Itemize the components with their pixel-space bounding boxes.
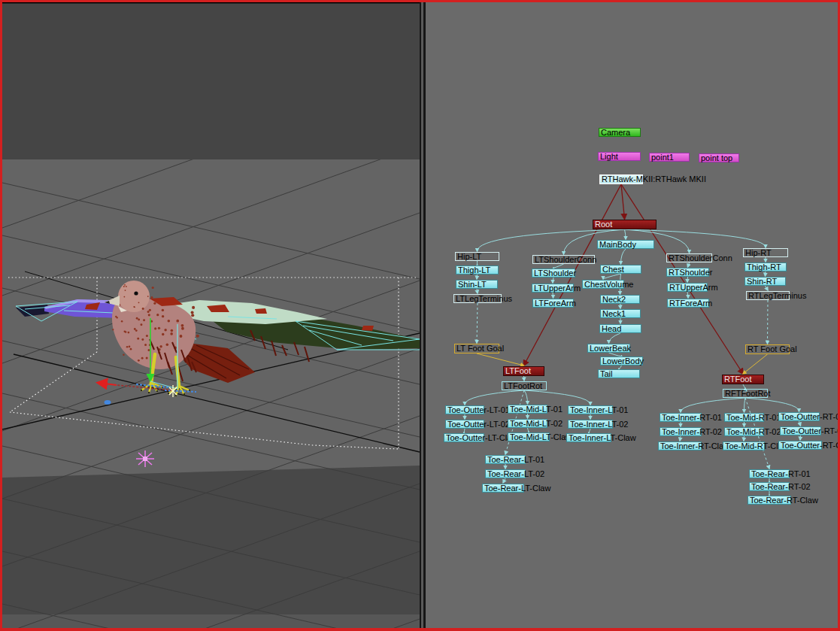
schematic-node-rftfootrot[interactable]: RFTFootRot xyxy=(723,389,768,398)
viewport-bottom-strip xyxy=(2,614,420,628)
schematic-node-rtgoal[interactable]: RT Foot Goal xyxy=(745,344,790,354)
schematic-node-hawk[interactable]: RTHawk-MKII:RTHawk MKII xyxy=(599,174,643,184)
schematic-node-ltsh[interactable]: LTShoulder xyxy=(532,268,575,278)
viewport-area: CameraLightpoint1point topRTHawk-MKII:RT… xyxy=(2,2,838,628)
schematic-node-light[interactable]: Light xyxy=(598,152,641,161)
schematic-node-tilt1[interactable]: Toe-Inner-LT-01 xyxy=(568,405,613,414)
schematic-node-neck1[interactable]: Neck1 xyxy=(600,309,641,318)
edge-ltgoal-ltfoot xyxy=(477,353,524,366)
schematic-node-tirt1[interactable]: Toe-Inner-RT-01 xyxy=(660,413,702,422)
schematic-node-lowerbeak[interactable]: LowerBeak xyxy=(587,344,630,353)
schematic-node-tmrtc[interactable]: Toe-Mid-RT-Claw xyxy=(723,441,765,450)
schematic-node-label: RTForeArm xyxy=(669,299,712,308)
edge-rftfootrot-tirt1 xyxy=(681,398,745,412)
schematic-node-rtupper[interactable]: RTUpperArm xyxy=(667,283,708,292)
schematic-node-tmrt2[interactable]: Toe-Mid-RT-02 xyxy=(724,427,764,436)
schematic-node-chest[interactable]: Chest xyxy=(600,265,641,274)
schematic-node-ltshconn[interactable]: LTShoulderConn xyxy=(532,255,595,264)
edge-rftfootrot-tmrt1 xyxy=(744,398,746,412)
edge-ltfootrot-tolt1 xyxy=(465,390,524,405)
schematic-node-ltterm[interactable]: LTLegTerminus xyxy=(453,294,502,303)
schematic-node-label: Toe-Inner-LT-Claw xyxy=(569,433,636,442)
schematic-node-root[interactable]: Root xyxy=(593,220,657,229)
schematic-node-tort1[interactable]: Toe-Outter-RT-01 xyxy=(778,412,820,421)
viewport-canvas xyxy=(2,2,420,628)
perspective-viewport[interactable] xyxy=(2,2,420,628)
schematic-node-trltc[interactable]: Toe-Rear-LT-Claw xyxy=(482,484,524,493)
schematic-node-rtterm[interactable]: RTLegTerminus xyxy=(746,291,790,300)
schematic-node-ltfoot[interactable]: LTFoot xyxy=(503,366,544,376)
schematic-node-ltupper[interactable]: LTUpperArm xyxy=(532,284,574,293)
schematic-node-trrtc[interactable]: Toe-Rear-RT-Claw xyxy=(748,496,791,505)
edge-trlt2-trltc xyxy=(503,478,505,483)
schematic-node-label: RTHawk-MKII:RTHawk MKII xyxy=(602,174,706,184)
schematic-node-trlt2[interactable]: Toe-Rear-LT-02 xyxy=(485,469,526,478)
schematic-node-ltfore[interactable]: LTForeArm xyxy=(532,299,574,308)
schematic-node-tail[interactable]: Tail xyxy=(598,369,640,378)
edge-ltsh-ltupper xyxy=(553,278,553,283)
viewport-splitter[interactable] xyxy=(420,2,426,628)
schematic-node-lowerbody[interactable]: LowerBody xyxy=(600,356,643,366)
schematic-node-label: Neck1 xyxy=(602,309,626,318)
schematic-node-label: Thigh-RT xyxy=(747,262,781,272)
schematic-node-trrt1[interactable]: Toe-Rear-RT-01 xyxy=(749,469,790,478)
z-axis-dot[interactable] xyxy=(105,400,111,405)
schematic-node-rtfore[interactable]: RTForeArm xyxy=(667,299,709,308)
edge-ltfoot-ltfootrot xyxy=(524,376,525,381)
schematic-node-ltfootrot[interactable]: LTFootRot xyxy=(502,381,547,390)
schematic-node-tort2[interactable]: Toe-Outter-RT-02 xyxy=(780,426,821,435)
schematic-node-point1[interactable]: point1 xyxy=(649,153,690,162)
schematic-node-tortc[interactable]: Toe-Outter-RT-Claw xyxy=(778,441,822,450)
edge-tort2-tortc xyxy=(800,435,801,440)
schematic-node-label: Neck2 xyxy=(602,295,626,304)
schematic-node-tmlt1[interactable]: Toe-Mid-LT-01 xyxy=(508,405,547,414)
schematic-node-trlt1[interactable]: Toe-Rear-LT-01 xyxy=(485,455,526,464)
schematic-node-thighrt[interactable]: Thigh-RT xyxy=(744,262,787,272)
schematic-node-tiltc[interactable]: Toe-Inner-LT-Claw xyxy=(566,433,611,442)
schematic-node-label: Camera xyxy=(601,128,630,137)
schematic-node-chestvol[interactable]: ChestVolume xyxy=(582,280,624,289)
edge-rtfoot-rftfootrot xyxy=(743,384,745,388)
schematic-node-shinlt[interactable]: Shin-LT xyxy=(456,280,498,289)
edge-tmrt2-tmrtc xyxy=(744,436,744,441)
schematic-node-shinrt[interactable]: Shin-RT xyxy=(744,277,786,286)
edge-lowerbody-tail xyxy=(619,366,622,369)
point-helper-star[interactable] xyxy=(136,450,154,467)
app-window: CameraLightpoint1point topRTHawk-MKII:RT… xyxy=(0,0,840,631)
edge-hawk-rtfoot xyxy=(621,184,743,374)
schematic-node-thighlt[interactable]: Thigh-LT xyxy=(456,265,499,275)
schematic-node-pointtop[interactable]: point top xyxy=(699,153,739,162)
edge-rtshconn-rtsh xyxy=(688,262,690,267)
schematic-node-tmltc[interactable]: Toe-Mid-LT-Claw xyxy=(508,432,550,441)
schematic-node-label: LTShoulder xyxy=(534,268,576,278)
schematic-node-trrt2[interactable]: Toe-Rear-RT-02 xyxy=(749,482,790,491)
edge-chest-chestvol xyxy=(603,274,621,279)
schematic-node-tmrt1[interactable]: Toe-Mid-RT-01 xyxy=(724,413,764,422)
schematic-node-hiplt[interactable]: Hip-LT xyxy=(455,252,499,261)
schematic-node-ltgoal[interactable]: LT Foot Goal xyxy=(454,344,499,353)
schematic-node-tolt2[interactable]: Toe-Outter-LT-02 xyxy=(445,420,484,429)
schematic-view[interactable]: CameraLightpoint1point topRTHawk-MKII:RT… xyxy=(426,2,838,628)
schematic-node-label: MainBody xyxy=(599,240,636,249)
schematic-node-hiprt[interactable]: Hip-RT xyxy=(743,248,788,257)
schematic-node-rtfoot[interactable]: RTFoot xyxy=(722,375,764,384)
schematic-node-tirt2[interactable]: Toe-Inner-RT-02 xyxy=(660,427,702,436)
schematic-node-tilt2[interactable]: Toe-Inner-LT-02 xyxy=(568,420,613,429)
schematic-node-head[interactable]: Head xyxy=(599,324,641,333)
schematic-node-mainbody[interactable]: MainBody xyxy=(597,240,654,249)
schematic-node-tolt1[interactable]: Toe-Outter-LT-01 xyxy=(445,405,484,414)
edge-ltfootrot-tmlt1 xyxy=(524,390,528,404)
schematic-node-neck2[interactable]: Neck2 xyxy=(600,295,640,304)
schematic-node-tirtc[interactable]: Toe-Inner-RT-Claw xyxy=(658,441,702,450)
edge-ltfootrot-tilt1 xyxy=(524,390,590,405)
schematic-node-camera[interactable]: Camera xyxy=(599,128,641,137)
schematic-node-rtshconn[interactable]: RTShoulderConn xyxy=(666,253,712,262)
schematic-node-label: RTFoot xyxy=(724,375,751,384)
schematic-node-tmlt2[interactable]: Toe-Mid-LT-02 xyxy=(508,419,547,428)
edge-ltshconn-ltsh xyxy=(553,264,564,268)
schematic-node-label: Toe-Outter-RT-Claw xyxy=(781,441,838,450)
schematic-node-label: LTUpperArm xyxy=(534,284,581,293)
schematic-node-toltc[interactable]: Toe-Outter-LT-Claw xyxy=(444,433,484,442)
schematic-node-rtsh[interactable]: RTShoulder xyxy=(666,268,709,277)
schematic-node-label: Toe-Inner-RT-01 xyxy=(662,413,722,422)
